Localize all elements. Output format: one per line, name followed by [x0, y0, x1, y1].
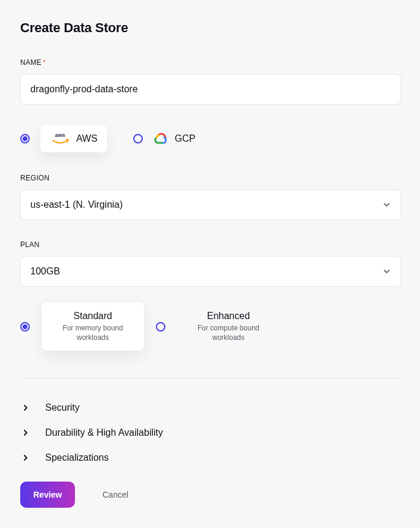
chevron-right-icon — [20, 404, 31, 411]
gcp-radio[interactable] — [133, 134, 143, 143]
chevron-right-icon — [20, 454, 31, 461]
region-select[interactable]: us-east-1 (N. Virginia) — [20, 189, 401, 220]
plan-label: PLAN — [20, 240, 400, 249]
region-field-block: REGION us-east-1 (N. Virginia) — [20, 174, 400, 220]
gcp-label: GCP — [175, 133, 196, 144]
aws-label: AWS — [76, 133, 98, 144]
accordion-label: Specializations — [45, 452, 109, 463]
review-button[interactable]: Review — [20, 482, 75, 508]
tier-row: Standard For memory bound workloads Enha… — [20, 302, 400, 351]
plan-field-block: PLAN 100GB — [20, 240, 400, 287]
enhanced-radio[interactable] — [156, 322, 165, 332]
chevron-down-icon — [383, 201, 391, 209]
region-label: REGION — [20, 174, 400, 182]
chevron-down-icon — [383, 267, 391, 276]
svg-text:aws: aws — [55, 132, 65, 138]
accordion-label: Security — [45, 402, 80, 413]
plan-select[interactable]: 100GB — [20, 256, 401, 287]
accordion-item-durability[interactable]: Durability & High Availability — [20, 420, 401, 445]
standard-option[interactable]: Standard For memory bound workloads — [42, 302, 144, 351]
cancel-button[interactable]: Cancel — [102, 490, 128, 499]
region-value: us-east-1 (N. Virginia) — [30, 199, 123, 210]
aws-icon: aws — [50, 132, 70, 145]
divider — [20, 378, 401, 379]
accordion: Security Durability & High Availability … — [20, 395, 400, 470]
cloud-provider-row: aws AWS GCP — [20, 125, 400, 152]
page-title: Create Data Store — [20, 20, 400, 36]
standard-title: Standard — [48, 311, 138, 321]
enhanced-title: Enhanced — [183, 311, 274, 321]
accordion-item-specializations[interactable]: Specializations — [20, 445, 401, 470]
standard-subtitle: For memory bound workloads — [48, 324, 138, 342]
name-label-row: NAME* — [20, 58, 400, 67]
aws-option[interactable]: aws AWS — [40, 125, 107, 152]
gcp-option[interactable]: GCP — [153, 127, 196, 151]
standard-radio[interactable] — [20, 322, 30, 332]
plan-value: 100GB — [30, 266, 60, 277]
enhanced-option[interactable]: Enhanced For compute bound workloads — [177, 302, 280, 351]
accordion-label: Durability & High Availability — [45, 427, 163, 438]
footer: Review Cancel — [20, 482, 128, 508]
gcp-icon — [153, 133, 168, 145]
accordion-item-security[interactable]: Security — [20, 395, 401, 420]
chevron-right-icon — [20, 429, 31, 436]
required-marker: * — [43, 58, 46, 67]
name-field-block: NAME* — [20, 58, 400, 105]
enhanced-subtitle: For compute bound workloads — [183, 324, 274, 342]
aws-radio[interactable] — [20, 134, 30, 143]
name-input[interactable] — [20, 74, 401, 105]
name-label: NAME — [20, 58, 42, 67]
